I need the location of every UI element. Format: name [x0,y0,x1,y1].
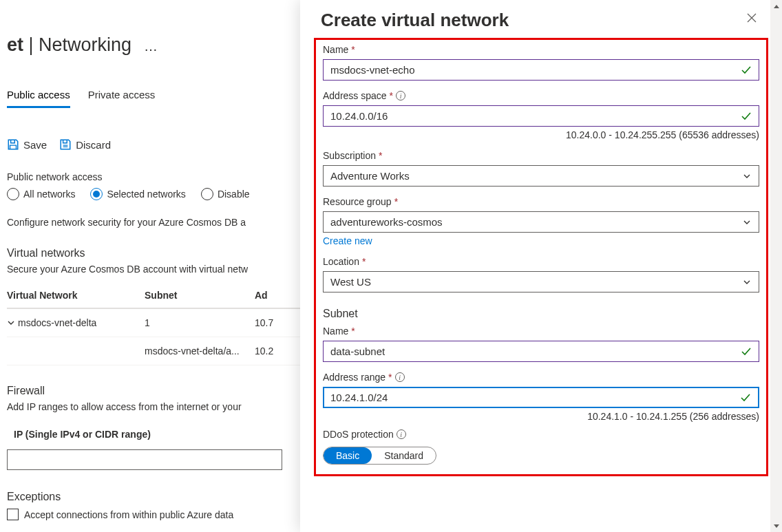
info-icon[interactable]: i [397,429,406,439]
check-icon [741,347,752,357]
chevron-down-icon [7,319,15,327]
row-subnet: msdocs-vnet-delta/a... [145,345,255,357]
radio-all-networks[interactable]: All networks [7,188,75,200]
check-icon [741,65,752,75]
field-subnet-name: Name* data-subnet [323,326,759,362]
field-address-space: Address space* i 10.24.0.0/16 10.24.0.0 … [323,90,759,140]
subnet-name-value: data-subnet [330,345,385,357]
row-vnet-name: msdocs-vnet-delta [18,317,96,328]
address-space-input[interactable]: 10.24.0.0/16 [323,105,759,127]
ddos-basic-option[interactable]: Basic [324,447,372,464]
location-select[interactable]: West US [323,271,759,292]
tab-public-access[interactable]: Public access [7,89,70,108]
field-location: Location* West US [323,256,759,292]
save-button[interactable]: Save [7,138,47,151]
ip-range-input[interactable] [7,449,282,470]
panel-title: Create virtual network [321,10,509,31]
radio-icon [7,188,19,200]
radio-disabled-label: Disable [218,189,250,200]
subnet-range-label: Address range* i [323,372,759,383]
info-icon[interactable]: i [395,372,405,382]
name-label: Name* [323,44,759,55]
subnet-range-value: 10.24.1.0/24 [330,392,388,403]
col-subnet: Subnet [145,290,255,301]
radio-icon [201,188,213,200]
subscription-value: Adventure Works [330,170,410,182]
location-value: West US [330,276,371,288]
row-subnet: 1 [145,317,255,328]
ddos-toggle[interactable]: Basic Standard [323,447,436,465]
location-label: Location* [323,256,759,267]
radio-selected-networks[interactable]: Selected networks [90,188,185,200]
more-icon[interactable]: … [144,39,159,54]
resource-group-label: Resource group* [323,196,759,207]
resource-group-select[interactable]: adventureworks-cosmos [323,211,759,233]
subnet-range-hint: 10.24.1.0 - 10.24.1.255 (256 addresses) [323,411,759,422]
address-space-hint: 10.24.0.0 - 10.24.255.255 (65536 address… [323,129,759,140]
check-icon [741,111,752,121]
field-subnet-range: Address range* i 10.24.1.0/24 10.24.1.0 … [323,372,759,422]
field-ddos: DDoS protection i Basic Standard [323,429,759,465]
radio-all-label: All networks [23,189,75,200]
exception-label: Accept connections from within public Az… [24,509,233,520]
create-new-link[interactable]: Create new [323,235,372,246]
page-title: et | Networking [7,34,131,56]
radio-disabled[interactable]: Disable [201,188,250,200]
chevron-down-icon [742,172,752,180]
subnet-range-input[interactable]: 10.24.1.0/24 [323,387,759,408]
resource-group-value: adventureworks-cosmos [330,216,443,228]
subnet-heading: Subnet [323,308,759,320]
info-icon[interactable]: i [396,91,405,100]
create-vnet-panel: Create virtual network Name* msdocs-vnet… [300,0,782,532]
ddos-label: DDoS protection i [323,429,759,440]
scrollbar[interactable] [770,0,782,532]
subscription-label: Subscription* [323,150,759,161]
chevron-down-icon [742,278,752,286]
page-title-prefix: et [7,34,23,55]
field-resource-group: Resource group* adventureworks-cosmos Cr… [323,196,759,246]
discard-label: Discard [76,139,111,151]
radio-icon-selected [90,188,103,200]
address-space-label: Address space* i [323,90,759,101]
address-space-value: 10.24.0.0/16 [330,110,388,122]
subnet-name-label: Name* [323,326,759,337]
name-value: msdocs-vnet-echo [330,64,415,76]
page-title-suffix: | Networking [23,34,131,55]
scroll-down-icon[interactable] [770,520,782,532]
subnet-name-input[interactable]: data-subnet [323,341,759,362]
panel-header: Create virtual network [300,0,782,38]
col-virtual-network: Virtual Network [7,290,145,301]
panel-body: Name* msdocs-vnet-echo Address space* i … [314,38,768,476]
row-address: 10.7 [255,317,296,328]
scroll-up-icon[interactable] [770,0,782,12]
discard-button[interactable]: Discard [59,138,111,151]
radio-selected-label: Selected networks [107,189,185,200]
subscription-select[interactable]: Adventure Works [323,165,759,187]
ddos-standard-option[interactable]: Standard [372,447,436,464]
field-name: Name* msdocs-vnet-echo [323,44,759,81]
check-icon [740,393,751,403]
row-address: 10.2 [255,345,296,357]
discard-icon [59,138,72,151]
chevron-down-icon [742,218,752,226]
tab-private-access[interactable]: Private access [88,89,156,108]
save-label: Save [23,139,47,151]
checkbox-icon[interactable] [7,509,19,520]
save-icon [7,138,19,151]
col-address: Ad [255,290,296,301]
close-icon[interactable] [742,10,761,26]
name-input[interactable]: msdocs-vnet-echo [323,59,759,81]
field-subscription: Subscription* Adventure Works [323,150,759,187]
